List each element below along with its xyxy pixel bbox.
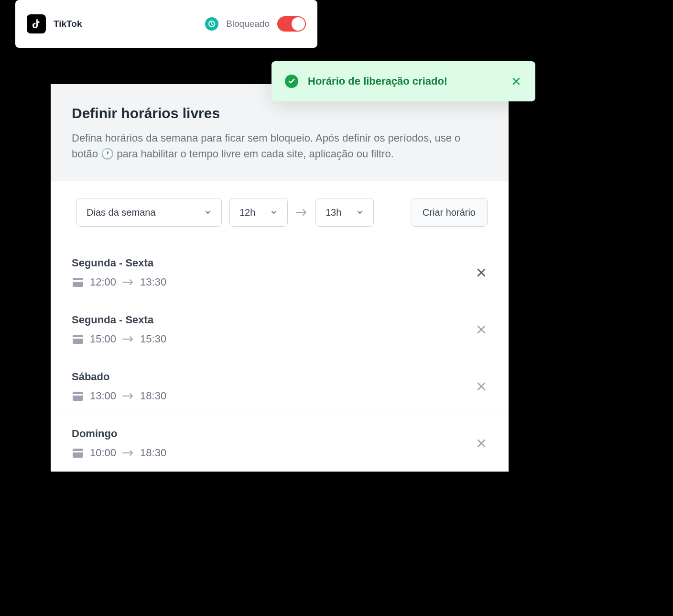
days-select[interactable]: Dias da semana (76, 198, 222, 227)
toggle-knob (292, 17, 305, 31)
schedule-end-time: 18:30 (140, 390, 166, 402)
schedule-content: Segunda - Sexta15:0015:30 (72, 314, 475, 345)
block-toggle[interactable] (277, 16, 306, 32)
toast-close-button[interactable] (510, 76, 522, 87)
start-hour-select[interactable]: 12h (229, 198, 288, 227)
check-circle-icon (285, 75, 298, 88)
svg-rect-1 (73, 278, 83, 287)
blocked-status-label: Bloqueado (226, 19, 270, 29)
schedule-days-label: Segunda - Sexta (72, 314, 475, 326)
schedule-time-row: 10:0018:30 (72, 447, 475, 459)
schedule-content: Segunda - Sexta12:0013:30 (72, 257, 475, 288)
schedule-item: Sábado13:0018:30 (51, 358, 509, 415)
schedule-content: Sábado13:0018:30 (72, 371, 475, 402)
chevron-down-icon (356, 209, 364, 216)
arrow-right-icon (122, 278, 134, 286)
create-schedule-button[interactable]: Criar horário (411, 198, 488, 227)
calendar-icon (72, 447, 84, 459)
panel-subtitle: Defina horários da semana para ficar sem… (72, 130, 488, 162)
schedule-item: Segunda - Sexta12:0013:30 (51, 244, 509, 301)
toast-message: Horário de liberação criado! (308, 75, 510, 88)
start-hour-label: 12h (239, 207, 255, 218)
schedule-end-time: 15:30 (140, 333, 166, 345)
schedule-content: Domingo10:0018:30 (72, 428, 475, 459)
days-select-label: Dias da semana (87, 207, 156, 218)
tiktok-icon (27, 14, 46, 33)
schedule-end-time: 18:30 (140, 447, 166, 459)
chevron-down-icon (204, 209, 212, 216)
schedule-time-row: 12:0013:30 (72, 276, 475, 288)
panel-title: Definir horários livres (72, 105, 488, 121)
schedule-item: Segunda - Sexta15:0015:30 (51, 301, 509, 358)
calendar-icon (72, 333, 84, 345)
svg-rect-2 (73, 280, 83, 282)
end-hour-label: 13h (326, 207, 341, 218)
schedule-item: Domingo10:0018:30 (51, 415, 509, 472)
schedule-time-row: 13:0018:30 (72, 390, 475, 402)
svg-rect-5 (73, 392, 83, 401)
calendar-icon (72, 276, 84, 288)
app-name-label: TikTok (54, 19, 205, 29)
svg-rect-7 (73, 449, 83, 458)
schedule-start-time: 12:00 (90, 276, 116, 288)
schedule-list: Segunda - Sexta12:0013:30Segunda - Sexta… (51, 244, 509, 472)
arrow-right-icon (122, 392, 134, 400)
delete-schedule-button[interactable] (475, 437, 488, 450)
svg-rect-8 (73, 451, 83, 452)
schedule-start-time: 15:00 (90, 333, 116, 345)
schedule-start-time: 10:00 (90, 447, 116, 459)
clock-icon[interactable] (205, 17, 218, 31)
schedule-controls: Dias da semana 12h 13h Criar horário (51, 181, 509, 244)
svg-rect-3 (73, 335, 83, 344)
schedule-time-row: 15:0015:30 (72, 333, 475, 345)
arrow-right-icon (122, 335, 134, 343)
arrow-right-icon (295, 208, 308, 217)
calendar-icon (72, 390, 84, 402)
delete-schedule-button[interactable] (475, 323, 488, 336)
schedule-panel: Definir horários livres Defina horários … (51, 84, 509, 472)
delete-schedule-button[interactable] (475, 266, 488, 279)
delete-schedule-button[interactable] (475, 380, 488, 393)
schedule-end-time: 13:30 (140, 276, 166, 288)
schedule-days-label: Sábado (72, 371, 475, 383)
arrow-right-icon (122, 449, 134, 457)
chevron-down-icon (270, 209, 278, 216)
end-hour-select[interactable]: 13h (315, 198, 374, 227)
success-toast: Horário de liberação criado! (271, 61, 535, 101)
schedule-days-label: Domingo (72, 428, 475, 440)
schedule-start-time: 13:00 (90, 390, 116, 402)
app-block-card: TikTok Bloqueado (15, 0, 317, 48)
svg-rect-4 (73, 337, 83, 339)
schedule-days-label: Segunda - Sexta (72, 257, 475, 269)
svg-rect-6 (73, 394, 83, 396)
